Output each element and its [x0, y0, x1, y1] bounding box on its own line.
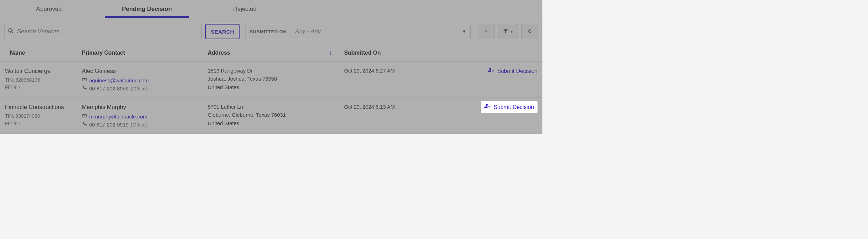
name-cell: Waltair Concierge TIN: 820958105 FEIN: -: [0, 62, 77, 98]
column-header-address[interactable]: Address: [203, 44, 322, 62]
contact-name: Memphis Murphy: [82, 103, 198, 112]
tab-label: Pending Decision: [122, 6, 172, 13]
refresh-button[interactable]: [521, 24, 538, 39]
vendors-table: Name Primary Contact Address ↓ Submitted…: [0, 44, 542, 134]
action-cell: Submit Decision: [430, 98, 542, 134]
submit-decision-label: Submit Decision: [497, 67, 538, 76]
submit-decision-link[interactable]: Submit Decision: [484, 103, 534, 112]
contact-email-row: mmurphy@pinnacle.com: [82, 112, 198, 121]
name-cell: Pinnacle Constructions TIN: 830274920 FE…: [0, 98, 77, 134]
filter-icon: [503, 28, 509, 35]
address-line: Joshua, Joshua, Texas 76058: [208, 75, 317, 83]
submitted-on-cell: Oct 29, 2024 6:13 AM: [339, 98, 430, 134]
submit-decision-label: Submit Decision: [493, 103, 534, 112]
column-header-primary-contact[interactable]: Primary Contact: [77, 44, 203, 62]
submitted-on-cell: Oct 29, 2024 6:27 AM: [339, 62, 430, 98]
table-header-row: Name Primary Contact Address ↓ Submitted…: [0, 44, 542, 62]
search-icon: [8, 28, 14, 35]
tab-label: Rejected: [233, 6, 256, 13]
contact-email-row: aguiness@waltairinc.com: [82, 76, 198, 84]
refresh-icon: [527, 28, 533, 35]
tab-pending-decision[interactable]: Pending Decision: [98, 0, 196, 18]
contact-phone: 00 817 202 8059: [89, 84, 129, 93]
tabs-bar: Approved Pending Decision Rejected: [0, 0, 542, 18]
vendor-name: Pinnacle Constructions: [5, 103, 72, 112]
contact-phone-suffix: (Office): [131, 121, 148, 129]
submitted-on-label: SUBMITTED ON: [250, 29, 286, 34]
contact-name: Alec Guiness: [82, 67, 198, 76]
vendor-tin: TIN: 820958105: [5, 76, 72, 84]
vendor-fein: FEIN: -: [5, 120, 72, 128]
address-cell: 1813 Rangeway Dr Joshua, Joshua, Texas 7…: [203, 62, 322, 98]
highlighted-submit-decision: Submit Decision: [481, 101, 538, 113]
column-header-actions: [430, 44, 542, 62]
contact-phone-row: 00 817 202 8059 (Office): [82, 84, 198, 93]
user-check-icon: [488, 67, 494, 76]
address-cell: 5701 Luther Ln Cleburne, Cleburne, Texas…: [203, 98, 322, 134]
submitted-on-filter[interactable]: SUBMITTED ON Any - Any ▼: [245, 24, 471, 39]
submit-decision-link[interactable]: Submit Decision: [488, 67, 538, 76]
action-cell: Submit Decision: [430, 62, 542, 98]
sort-spacer-cell: [322, 62, 339, 98]
contact-email-link[interactable]: aguiness@waltairinc.com: [89, 76, 149, 84]
download-icon: [483, 28, 489, 35]
column-header-name[interactable]: Name: [0, 44, 77, 62]
tab-approved[interactable]: Approved: [0, 0, 98, 18]
address-line: Cleburne, Cleburne, Texas 76031: [208, 111, 317, 119]
vendor-tin: TIN: 830274920: [5, 112, 72, 120]
contact-cell: Alec Guiness aguiness@waltairinc.com 00 …: [77, 62, 203, 98]
phone-icon: [82, 121, 87, 129]
contact-phone: 00 817 202 0919: [89, 121, 129, 129]
search-input[interactable]: [16, 28, 198, 35]
table-row[interactable]: Waltair Concierge TIN: 820958105 FEIN: -…: [0, 62, 542, 98]
divider: [291, 28, 291, 35]
chevron-down-icon: ▼: [462, 29, 466, 34]
toolbar: SEARCH SUBMITTED ON Any - Any ▼ ▼: [0, 18, 542, 44]
address-line: 1813 Rangeway Dr: [208, 67, 317, 75]
contact-phone-suffix: (Office): [131, 84, 148, 93]
vendor-fein: FEIN: -: [5, 84, 72, 91]
filter-button[interactable]: ▼: [498, 24, 518, 39]
submitted-on-value: Any - Any: [295, 28, 462, 35]
contact-cell: Memphis Murphy mmurphy@pinnacle.com 00 8…: [77, 98, 203, 134]
vendor-name: Waltair Concierge: [5, 67, 72, 76]
sort-spacer-cell: [322, 98, 339, 134]
envelope-icon: [82, 76, 87, 84]
chevron-down-icon: ▼: [510, 30, 513, 34]
tab-rejected[interactable]: Rejected: [196, 0, 294, 18]
contact-email-link[interactable]: mmurphy@pinnacle.com: [89, 112, 147, 121]
address-line: 5701 Luther Ln: [208, 103, 317, 111]
user-check-icon: [484, 103, 491, 112]
sort-arrow-down-icon: ↓: [329, 49, 332, 56]
contact-phone-row: 00 817 202 0919 (Office): [82, 121, 198, 129]
column-sort-indicator[interactable]: ↓: [322, 44, 339, 62]
table-row[interactable]: Pinnacle Constructions TIN: 830274920 FE…: [0, 98, 542, 134]
tab-label: Approved: [36, 6, 62, 13]
address-line: United States: [208, 83, 317, 91]
download-button[interactable]: [478, 24, 495, 39]
address-line: United States: [208, 119, 317, 127]
phone-icon: [82, 84, 87, 93]
envelope-icon: [82, 112, 87, 121]
column-header-submitted-on[interactable]: Submitted On: [339, 44, 430, 62]
search-wrap[interactable]: [4, 24, 202, 39]
search-button[interactable]: SEARCH: [205, 24, 240, 39]
vendors-page: Approved Pending Decision Rejected SEARC…: [0, 0, 542, 134]
